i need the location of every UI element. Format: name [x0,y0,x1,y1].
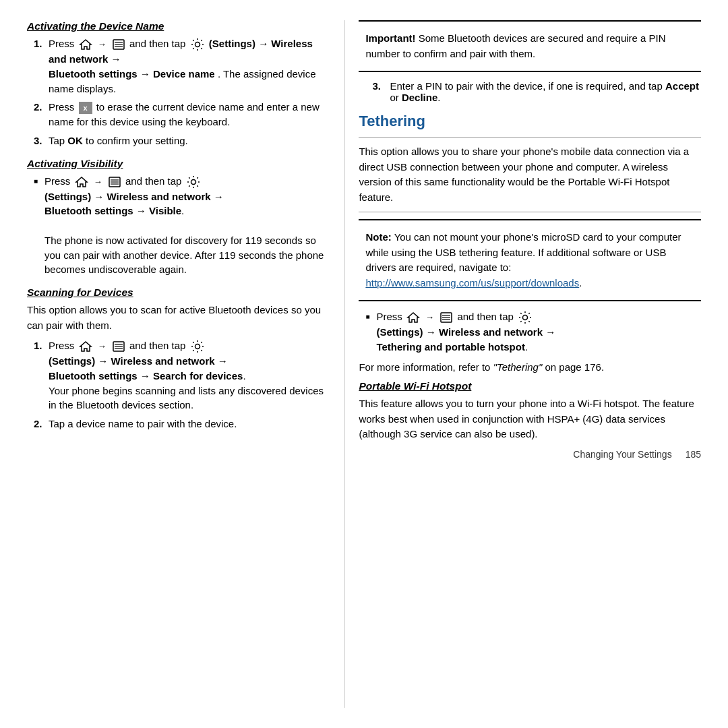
step-1-settings: (Settings) [209,38,255,49]
tethering-bullet-sq: ■ [365,312,376,355]
note-link[interactable]: http://www.samsung.com/us/support/downlo… [365,277,579,289]
visibility-nav2: Bluetooth settings → Visible [44,205,181,216]
note-box: Note: You can not mount your phone's mic… [359,219,701,301]
settings-icon-2 [186,175,201,189]
scan-step-1-content: Press → and then tap [49,338,324,413]
step-1: 1. Press → [34,36,324,96]
section-activating-visibility: Activating Visibility ■ Press → [27,158,324,278]
svg-point-4 [195,42,200,47]
portable-desc: This feature allows you to turn your pho… [359,396,701,442]
page-footer: Changing Your Settings 185 [359,449,701,460]
important-label: Important! [365,32,415,44]
visibility-content: Press → and then tap [44,174,324,278]
section-activating-device-name: Activating the Device Name 1. Press → [27,20,324,148]
step-2: 2. Press x to erase the current device n… [34,100,324,129]
bullet-square: ■ [34,177,44,278]
step-1-num: 1. [34,36,49,96]
accept-label: Accept [665,80,699,92]
visibility-settings: (Settings) [44,191,91,202]
settings-icon-3 [190,339,205,354]
more-info: For more information, refer to "Tetherin… [359,360,701,375]
scan-step-2-num: 2. [34,417,49,431]
section-title-device-name: Activating the Device Name [27,20,324,32]
important-box: Important! Some Bluetooth devices are se… [359,20,701,72]
pin-step: 3. Enter a PIN to pair with the device, … [359,80,701,103]
tethering-bullet-content: Press → and then tap [376,309,701,355]
step-2-num: 2. [34,100,49,129]
ok-label: OK [67,135,83,146]
settings-icon-4 [518,310,533,325]
visibility-bullet: ■ Press → and then tap [34,174,324,278]
tethering-divider [359,137,701,138]
section-title-scanning: Scanning for Devices [27,286,324,299]
visibility-nav: → Wireless and network → [94,191,223,202]
tethering-bullet: ■ Press → and then tap [365,309,701,355]
scan-step-1: 1. Press → and then tap [34,338,324,413]
section-title-portable: Portable Wi-Fi Hotspot [359,380,701,392]
svg-point-14 [195,344,200,349]
svg-point-19 [523,315,528,320]
step-1-content: Press → and then tap [49,36,324,96]
home-icon [79,38,92,51]
home-icon-4 [406,311,420,324]
pin-step-num: 3. [372,80,387,103]
left-column: Activating the Device Name 1. Press → [27,20,344,708]
step-1-nav2: Bluetooth settings → Device name [49,68,215,80]
footer-text: Changing Your Settings [573,449,671,460]
footer-page-num: 185 [686,449,701,460]
scan-step-1-num: 1. [34,338,49,413]
right-column: Important! Some Bluetooth devices are se… [344,20,701,708]
section-scanning: Scanning for Devices This option allows … [27,286,324,431]
scan-step1-end: Your phone begins scanning and lists any… [49,385,324,411]
tethering-desc: This option allows you to share your pho… [359,144,701,205]
menu-icon [112,38,125,51]
tethering-title: Tethering [359,113,701,130]
page: Activating the Device Name 1. Press → [0,0,728,728]
scan-step-2-content: Tap a device name to pair with the devic… [49,417,324,431]
scan-step-2: 2. Tap a device name to pair with the de… [34,417,324,431]
menu-icon-3 [112,340,125,353]
scan-desc: This option allows you to scan for activ… [27,303,324,333]
clear-icon: x [79,102,92,114]
section-title-visibility: Activating Visibility [27,158,324,170]
note-divider-top [359,212,701,212]
note-text: You can not mount your phone's microSD c… [365,231,681,273]
home-icon-3 [79,340,92,353]
step-3: 3. Tap OK to confirm your setting. [34,133,324,148]
menu-icon-2 [108,176,121,188]
menu-icon-4 [439,311,453,324]
settings-icon-1 [190,37,205,52]
note-label: Note: [365,231,391,243]
decline-label: Decline [402,92,437,103]
visibility-desc: The phone is now activated for discovery… [44,235,324,276]
step-3-content: Tap OK to confirm your setting. [49,133,324,148]
step-2-content: Press x to erase the current device name… [49,100,324,129]
svg-point-9 [191,179,195,184]
home-icon-2 [75,176,88,188]
step-3-num: 3. [34,133,49,148]
pin-step-content: Enter a PIN to pair with the device, if … [390,80,701,103]
